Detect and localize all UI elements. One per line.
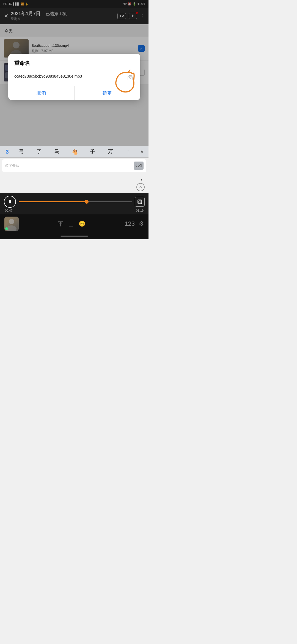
dialog-title: 重命名 — [8, 54, 140, 70]
home-line — [61, 236, 88, 237]
dialog-actions: 取消 确定 — [8, 86, 140, 100]
thumb-bar-right: 123 ⚙ — [125, 220, 144, 227]
rename-input[interactable] — [14, 72, 134, 80]
svg-rect-10 — [138, 200, 142, 204]
candidate-ma[interactable]: 马 — [48, 148, 66, 155]
home-indicator — [0, 233, 148, 239]
underline-key[interactable]: ＿ — [68, 220, 74, 228]
pinyin-key[interactable]: 平 — [58, 220, 63, 228]
thumb-bar-center: 平 ＿ 😊 — [58, 220, 86, 228]
emoji-face-btn[interactable]: 😊 — [79, 220, 86, 227]
circle-key[interactable]: ○ — [136, 183, 145, 191]
time-row: 00:47 01:19 — [4, 209, 145, 212]
keyboard-text-area: 多字叠写 ⌫ — [2, 159, 146, 172]
keyboard-candidates: 3 弓 了 马 🐴 子 万 : ∨ — [0, 146, 148, 158]
total-time: 01:19 — [136, 209, 144, 212]
confirm-button[interactable]: 确定 — [75, 86, 141, 100]
svg-rect-11 — [139, 201, 141, 203]
settings-icon[interactable]: ⚙ — [139, 220, 144, 227]
fullscreen-icon — [137, 199, 142, 204]
rename-dialog: 重命名 取消 确定 — [8, 54, 140, 100]
keyboard-placeholder: 多字叠写 — [5, 163, 19, 168]
cancel-button[interactable]: 取消 — [8, 86, 75, 100]
progress-track[interactable] — [19, 201, 132, 202]
candidate-bow[interactable]: 弓 — [13, 148, 31, 155]
progress-thumb — [85, 200, 89, 204]
comma-area: ， — [0, 174, 148, 183]
pause-button[interactable]: ⏸ — [4, 196, 16, 208]
keyboard-delete-button[interactable]: ⌫ — [134, 162, 144, 170]
candidate-horse-emoji[interactable]: 🐴 — [66, 149, 84, 155]
candidate-le[interactable]: 了 — [31, 148, 48, 155]
candidate-wan[interactable]: 万 — [101, 148, 119, 155]
clear-input-button[interactable] — [127, 74, 134, 82]
comma-key[interactable]: ， — [139, 174, 145, 182]
green-dot — [5, 227, 8, 230]
candidate-num[interactable]: 3 — [2, 149, 13, 155]
dialog-input-wrap — [8, 70, 140, 86]
svg-point-13 — [7, 225, 16, 231]
mini-thumbnail[interactable] — [4, 217, 19, 231]
svg-point-12 — [9, 219, 14, 224]
playback-controls: ⏸ — [4, 196, 145, 208]
circle-area: ○ — [0, 183, 148, 193]
candidate-colon[interactable]: : — [119, 149, 137, 155]
svg-line-6 — [129, 70, 131, 72]
candidate-zi[interactable]: 子 — [84, 148, 101, 155]
current-time: 00:47 — [5, 209, 13, 212]
clear-icon — [127, 75, 133, 81]
candidate-expand-button[interactable]: ∨ — [137, 149, 147, 155]
thumb-bar: 平 ＿ 😊 123 ⚙ — [0, 214, 148, 233]
keyboard-area: 3 弓 了 马 🐴 子 万 : ∨ 多字叠写 ⌫ ， ○ ⏸ — [0, 146, 148, 239]
fullscreen-button[interactable] — [135, 197, 145, 207]
progress-fill — [19, 201, 87, 202]
num-pad-icon[interactable]: 123 — [125, 220, 135, 227]
playback-bar: ⏸ 00:47 01:19 — [0, 193, 148, 214]
